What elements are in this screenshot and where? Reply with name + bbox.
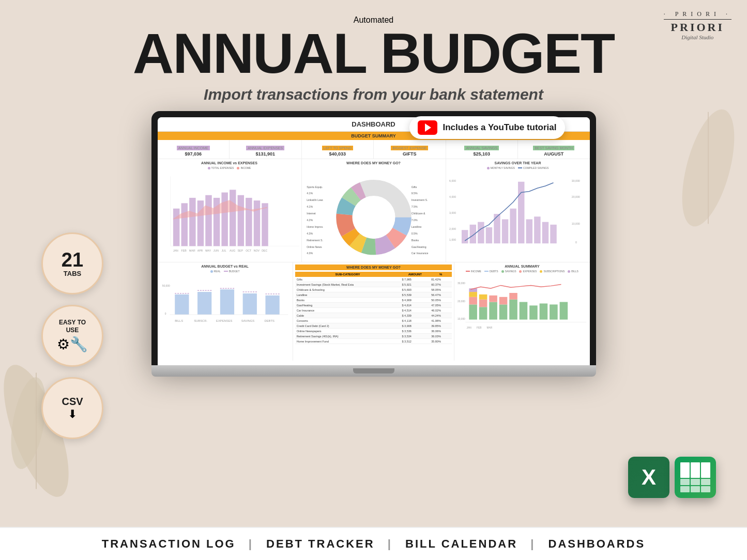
expenses-value: $131,901 (233, 151, 298, 157)
table-cell-pct: 39.85% (430, 323, 452, 329)
svg-text:Sports Equip.: Sports Equip. (307, 185, 323, 189)
svg-text:FEB: FEB (181, 249, 187, 252)
savings-svg: 6,000 4,000 3,000 2,000 1,000 30,000 20,… (448, 171, 588, 254)
table-cell-amount: $ 4,909 (401, 298, 430, 303)
table-cell-cat: Home Improvement Fund (295, 339, 401, 344)
svg-rect-79 (501, 219, 508, 243)
legend-expenses: TOTAL EXPENSES (208, 166, 234, 169)
table-cell-cat: Books (295, 298, 401, 303)
svg-rect-83 (534, 216, 540, 243)
svg-rect-109 (469, 292, 478, 297)
table-cell-cat: Landline (295, 292, 401, 298)
svg-text:Landline: Landline (411, 225, 421, 228)
table-cell-pct: 56.47% (430, 292, 452, 298)
svg-text:BILLS: BILLS (175, 319, 183, 322)
footer-item-2: DEBT TRACKER (266, 537, 375, 550)
badge-easy-label: EASY TOUSE (59, 319, 86, 334)
sheets-cell (691, 479, 700, 485)
top-charts-row: ANNUAL INCOME vs EXPENSES TOTAL EXPENSES… (158, 159, 590, 262)
svg-rect-92 (265, 295, 279, 315)
chart-savings: SAVINGS OVER THE YEAR MONTHLY SAVINGS CO… (446, 159, 590, 262)
svg-text:10,000: 10,000 (458, 318, 465, 320)
best-month-label: BEST SAVING MONTH (533, 146, 574, 150)
youtube-badge[interactable]: Includes a YouTube tutorial (409, 116, 565, 139)
savings-label: ANNUAL SAVINGS (464, 146, 499, 150)
table-cell-amount: $ 5,921 (401, 282, 430, 287)
svg-text:DEBTS: DEBTS (264, 319, 275, 322)
svg-text:Retirement S.: Retirement S. (307, 239, 323, 242)
legend-bills: BILLS (568, 270, 578, 273)
table-cell-pct: 46.02% (430, 308, 452, 313)
chart6-title: ANNUAL SUMMARY (456, 265, 587, 268)
sheets-cell (691, 486, 700, 492)
table-cell-cat: Cable (295, 313, 401, 318)
svg-text:DEC: DEC (262, 249, 267, 252)
laptop-screen: DASHBOARD BUDGET SUMMARY ANNUAL INCOME $… (158, 117, 590, 365)
youtube-text: Includes a YouTube tutorial (443, 122, 556, 133)
legend-budget: BUDGET (224, 270, 240, 273)
sheets-grid (676, 458, 714, 496)
svg-rect-18 (262, 203, 268, 246)
table-cell-amount: $ 3,534 (401, 334, 430, 339)
app-icons: X (628, 457, 716, 498)
col-amount: AMOUNT (401, 272, 430, 277)
table-cell-pct: 60.37% (430, 282, 452, 287)
footer-bar: TRANSACTION LOG | DEBT TRACKER | BILL CA… (0, 527, 747, 560)
legend-monthly: MONTHLY SAVINGS (487, 166, 515, 169)
sheets-cell (691, 462, 700, 478)
table-cell-amount: $ 3,908 (401, 323, 430, 329)
page-header: Automated ANNUAL BUDGET Import transacti… (0, 0, 747, 103)
legend-savings-6: SAVINGS (501, 270, 516, 273)
chart-annual-summary: ANNUAL SUMMARY INCOME DEBTS SAVINGS (454, 262, 589, 361)
svg-text:MAY: MAY (205, 249, 211, 252)
income-value: $97,036 (161, 151, 226, 157)
badge-csv: CSV ⬇ (41, 377, 103, 439)
svg-rect-120 (520, 302, 528, 320)
chart4-title: ANNUAL BUDGET vs REAL (160, 265, 291, 268)
table-row: Gas/Heating $ 4,614 47.05% (295, 303, 452, 308)
chart-income-expenses: ANNUAL INCOME vs EXPENSES TOTAL EXPENSES… (158, 159, 302, 262)
sheets-cell (701, 479, 710, 485)
svg-rect-113 (479, 294, 487, 300)
sheets-cell (701, 462, 710, 478)
svg-rect-84 (542, 222, 548, 244)
svg-text:10,000: 10,000 (571, 222, 580, 225)
table-cell-cat: Credit Card Debt (Card 2) (295, 323, 401, 329)
svg-text:6,000: 6,000 (449, 179, 456, 182)
table-cell-amount: $ 3,536 (401, 329, 430, 334)
svg-text:MAR: MAR (487, 326, 493, 329)
laptop-screen-outer: DASHBOARD BUDGET SUMMARY ANNUAL INCOME $… (151, 111, 596, 365)
svg-text:Car Insurance: Car Insurance (411, 252, 428, 255)
svg-text:FEB: FEB (477, 326, 481, 329)
table-row: Retirement Savings (401(k), IRA) $ 3,534… (295, 334, 452, 339)
table-cell-cat: Gas/Heating (295, 303, 401, 308)
svg-text:Gas/Heating: Gas/Heating (411, 245, 426, 248)
table-cell-pct: 58.05% (430, 287, 452, 292)
svg-rect-115 (490, 295, 498, 302)
svg-rect-76 (478, 222, 484, 244)
svg-rect-82 (526, 219, 532, 243)
sheets-cell (680, 462, 690, 478)
svg-text:SEP: SEP (237, 249, 243, 252)
svg-rect-122 (540, 303, 548, 319)
budget-real-svg: 50,000 0 (160, 274, 291, 355)
table-cell-amount: $ 3,512 (401, 339, 430, 344)
table-cell-pct: 35.80% (430, 339, 452, 344)
table-row: Cable $ 4,339 44.24% (295, 313, 452, 318)
annual-summary-svg: 30,000 20,000 10,000 (456, 274, 587, 350)
footer-sep-3: | (530, 537, 535, 550)
table-cell-cat: Concerts (295, 318, 401, 323)
legend-debts-6: DEBTS (484, 270, 498, 273)
table-cell-pct: 36.06% (430, 329, 452, 334)
chart4-legend: REAL BUDGET (160, 270, 291, 273)
svg-rect-8 (181, 203, 187, 246)
svg-text:AUG: AUG (230, 249, 235, 252)
table-cell-pct: 44.24% (430, 313, 452, 318)
svg-rect-91 (242, 293, 256, 315)
table-cell-cat: Online Newspapers (295, 329, 401, 334)
svg-text:4.3%: 4.3% (307, 252, 313, 255)
summary-cell-best-month: BEST SAVING MONTH AUGUST (518, 140, 590, 159)
svg-text:0.5%: 0.5% (411, 232, 417, 235)
table-cell-amount: $ 7,985 (401, 277, 430, 282)
badge-csv-label: CSV (62, 396, 83, 408)
